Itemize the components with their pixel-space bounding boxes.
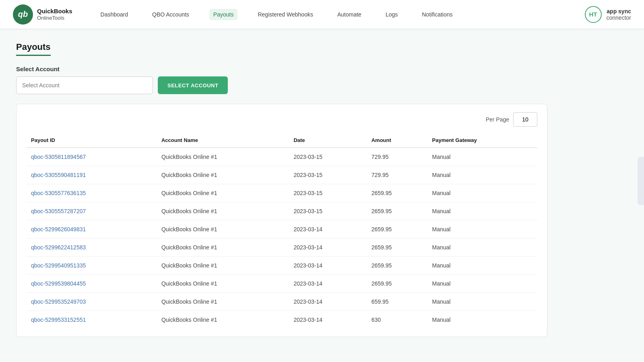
- cell-date: 2023-03-14: [289, 220, 366, 239]
- table-header-row-columns: Payout ID Account Name Date Amount Payme…: [26, 133, 537, 148]
- nav-registered-webhooks[interactable]: Registered Webhooks: [254, 9, 317, 20]
- cell-payout-id[interactable]: qboc-5305590481191: [26, 166, 157, 184]
- logo[interactable]: qb QuickBooks OnlineTools: [13, 4, 72, 25]
- cell-amount: 729.95: [367, 166, 427, 184]
- cell-amount: 630: [367, 311, 427, 329]
- cell-payment-gateway: Manual: [427, 202, 538, 220]
- nav-logs[interactable]: Logs: [382, 9, 402, 20]
- nav-notifications[interactable]: Notifications: [418, 9, 456, 20]
- cell-date: 2023-03-14: [289, 275, 366, 293]
- logo-text: QuickBooks OnlineTools: [37, 8, 72, 21]
- cell-payout-id[interactable]: qboc-5299626049831: [26, 220, 157, 239]
- cell-payout-id[interactable]: qboc-5305577636135: [26, 184, 157, 202]
- cell-date: 2023-03-14: [289, 257, 366, 275]
- cell-amount: 729.95: [367, 148, 427, 166]
- cell-date: 2023-03-14: [289, 239, 366, 257]
- account-input[interactable]: [16, 76, 153, 94]
- table-header-row: Per Page: [26, 112, 537, 127]
- select-account-label: Select Account: [16, 66, 547, 72]
- table-row: qboc-5299539804455 QuickBooks Online #1 …: [26, 275, 537, 293]
- cell-payment-gateway: Manual: [427, 184, 538, 202]
- cell-payout-id[interactable]: qboc-5299622412583: [26, 239, 157, 257]
- per-page-input[interactable]: [513, 112, 537, 127]
- select-account-section: Select Account SELECT ACCOUNT: [16, 66, 547, 94]
- table-row: qboc-5305590481191 QuickBooks Online #1 …: [26, 166, 537, 184]
- cell-payment-gateway: Manual: [427, 166, 538, 184]
- cell-payment-gateway: Manual: [427, 257, 538, 275]
- cell-date: 2023-03-14: [289, 311, 366, 329]
- logo-icon: qb: [13, 4, 33, 25]
- cell-payment-gateway: Manual: [427, 311, 538, 329]
- cell-amount: 2659.95: [367, 184, 427, 202]
- cell-account-name: QuickBooks Online #1: [157, 293, 289, 311]
- table-row: qboc-5305577636135 QuickBooks Online #1 …: [26, 184, 537, 202]
- cell-account-name: QuickBooks Online #1: [157, 184, 289, 202]
- cell-account-name: QuickBooks Online #1: [157, 239, 289, 257]
- brand-name: QuickBooks: [37, 8, 72, 15]
- table-card: Per Page Payout ID Account Name Date Amo…: [16, 104, 547, 337]
- table-row: qboc-5305557287207 QuickBooks Online #1 …: [26, 202, 537, 220]
- cell-amount: 2659.95: [367, 202, 427, 220]
- main-content: Payouts Select Account SELECT ACCOUNT Pe…: [0, 29, 564, 350]
- cell-date: 2023-03-14: [289, 293, 366, 311]
- table-row: qboc-5299533152551 QuickBooks Online #1 …: [26, 311, 537, 329]
- table-row: qboc-5299622412583 QuickBooks Online #1 …: [26, 239, 537, 257]
- nav-dashboard[interactable]: Dashboard: [97, 9, 132, 20]
- cell-payout-id[interactable]: qboc-5299539804455: [26, 275, 157, 293]
- cell-account-name: QuickBooks Online #1: [157, 311, 289, 329]
- col-payout-id: Payout ID: [26, 133, 157, 148]
- page-title-wrapper: Payouts: [16, 42, 547, 56]
- cell-account-name: QuickBooks Online #1: [157, 166, 289, 184]
- cell-date: 2023-03-15: [289, 166, 366, 184]
- page-title: Payouts: [16, 42, 51, 56]
- cell-payment-gateway: Manual: [427, 293, 538, 311]
- col-date: Date: [289, 133, 366, 148]
- table-body: qboc-5305811894567 QuickBooks Online #1 …: [26, 148, 537, 329]
- main-nav: Dashboard QBO Accounts Payouts Registere…: [97, 9, 585, 20]
- cell-date: 2023-03-15: [289, 202, 366, 220]
- cell-payout-id[interactable]: qboc-5305557287207: [26, 202, 157, 220]
- col-amount: Amount: [367, 133, 427, 148]
- cell-account-name: QuickBooks Online #1: [157, 257, 289, 275]
- nav-qbo-accounts[interactable]: QBO Accounts: [148, 9, 193, 20]
- table-row: qboc-5299535249703 QuickBooks Online #1 …: [26, 293, 537, 311]
- per-page-label: Per Page: [486, 116, 509, 123]
- cell-payment-gateway: Manual: [427, 148, 538, 166]
- select-account-button[interactable]: SELECT ACCOUNT: [158, 76, 228, 94]
- cell-amount: 2659.95: [367, 220, 427, 239]
- cell-account-name: QuickBooks Online #1: [157, 148, 289, 166]
- col-account-name: Account Name: [157, 133, 289, 148]
- cell-date: 2023-03-15: [289, 148, 366, 166]
- app-name: app sync connector: [607, 8, 631, 21]
- cell-amount: 659.95: [367, 293, 427, 311]
- app-name-line2: connector: [607, 14, 631, 21]
- col-payment-gateway: Payment Gateway: [427, 133, 538, 148]
- nav-payouts[interactable]: Payouts: [209, 9, 238, 20]
- avatar[interactable]: HT: [585, 6, 602, 23]
- cell-date: 2023-03-15: [289, 184, 366, 202]
- cell-account-name: QuickBooks Online #1: [157, 275, 289, 293]
- cell-payout-id[interactable]: qboc-5299533152551: [26, 311, 157, 329]
- cell-payment-gateway: Manual: [427, 239, 538, 257]
- scrollbar[interactable]: [638, 157, 644, 205]
- cell-payout-id[interactable]: qboc-5299535249703: [26, 293, 157, 311]
- nav-automate[interactable]: Automate: [333, 9, 365, 20]
- cell-payment-gateway: Manual: [427, 275, 538, 293]
- user-area: HT app sync connector: [585, 6, 631, 23]
- table-row: qboc-5299540951335 QuickBooks Online #1 …: [26, 257, 537, 275]
- cell-amount: 2659.95: [367, 257, 427, 275]
- cell-payout-id[interactable]: qboc-5299540951335: [26, 257, 157, 275]
- cell-account-name: QuickBooks Online #1: [157, 220, 289, 239]
- table-row: qboc-5299626049831 QuickBooks Online #1 …: [26, 220, 537, 239]
- cell-account-name: QuickBooks Online #1: [157, 202, 289, 220]
- table-head: Payout ID Account Name Date Amount Payme…: [26, 133, 537, 148]
- cell-payout-id[interactable]: qboc-5305811894567: [26, 148, 157, 166]
- header: qb QuickBooks OnlineTools Dashboard QBO …: [0, 0, 644, 29]
- app-name-line1: app sync: [607, 8, 631, 14]
- cell-amount: 2659.95: [367, 275, 427, 293]
- payouts-table: Payout ID Account Name Date Amount Payme…: [26, 133, 537, 329]
- cell-payment-gateway: Manual: [427, 220, 538, 239]
- table-row: qboc-5305811894567 QuickBooks Online #1 …: [26, 148, 537, 166]
- brand-sub: OnlineTools: [37, 15, 72, 21]
- cell-amount: 2659.95: [367, 239, 427, 257]
